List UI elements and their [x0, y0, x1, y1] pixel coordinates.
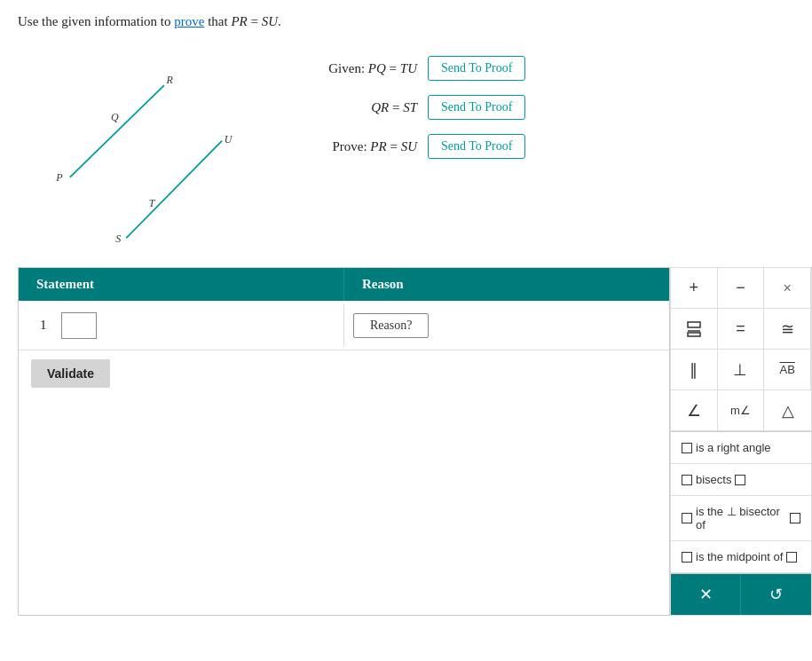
send-to-proof-btn-1[interactable]: Send To Proof	[428, 56, 525, 81]
svg-line-1	[126, 141, 222, 239]
bottom-actions: ✕ ↺	[671, 573, 811, 615]
right-angle-phrase-btn[interactable]: is a right angle	[671, 432, 811, 464]
proof-section: Statement Reason 1 Reason? Validate + − …	[0, 267, 812, 616]
perpendicular-btn[interactable]: ⊥	[718, 350, 765, 390]
given-label-2: QR = ST	[275, 100, 417, 115]
given-label-1: Given: PQ = TU	[275, 61, 417, 76]
equals-btn[interactable]: =	[718, 309, 765, 350]
prove-link[interactable]: prove	[174, 14, 204, 28]
point-Q-label: Q	[111, 111, 119, 123]
symbol-grid: + − × = ≅ ∥ ⊥ AB ∠ m∠ △	[671, 268, 811, 432]
minus-btn[interactable]: −	[718, 268, 765, 309]
parallel-btn[interactable]: ∥	[671, 350, 718, 390]
triangle-btn[interactable]: △	[764, 390, 811, 431]
bisects-phrase-btn[interactable]: bisects	[671, 464, 811, 496]
geometry-diagram: R Q P U T S	[18, 38, 257, 251]
point-S-label: S	[115, 232, 121, 245]
measure-angle-btn[interactable]: m∠	[718, 390, 765, 431]
given-row-1: Given: PQ = TU Send To Proof	[275, 56, 525, 81]
midpoint-phrase-btn[interactable]: is the midpoint of	[671, 541, 811, 573]
perp-bisector-phrase-btn[interactable]: is the ⊥ bisector of	[671, 496, 811, 541]
fraction-btn[interactable]	[671, 309, 718, 350]
segment-btn[interactable]: AB	[764, 350, 811, 390]
proof-row-1: 1 Reason?	[19, 301, 669, 350]
square-icon-5	[790, 513, 800, 523]
square-icon-3	[735, 475, 745, 485]
times-btn[interactable]: ×	[764, 268, 811, 309]
send-to-proof-btn-3[interactable]: Send To Proof	[428, 134, 525, 159]
prove-row: Prove: PR = SU Send To Proof	[275, 134, 525, 159]
proof-table-header: Statement Reason	[19, 268, 669, 301]
square-icon-7	[786, 552, 797, 563]
undo-btn[interactable]: ↺	[741, 574, 811, 615]
point-R-label: R	[166, 74, 174, 86]
svg-rect-2	[688, 322, 700, 327]
svg-line-0	[70, 85, 164, 177]
square-icon-2	[682, 475, 692, 485]
statement-input-1[interactable]	[61, 312, 97, 339]
reason-header: Reason	[343, 268, 669, 301]
square-icon-1	[682, 443, 692, 453]
square-icon-6	[682, 552, 692, 563]
reason-col-1: Reason?	[343, 304, 669, 347]
statement-header: Statement	[19, 268, 343, 301]
validate-row: Validate	[19, 350, 669, 397]
clear-btn[interactable]: ✕	[671, 574, 741, 615]
symbol-panel: + − × = ≅ ∥ ⊥ AB ∠ m∠ △ i	[670, 267, 812, 616]
point-P-label: P	[55, 171, 63, 184]
reason-button-1[interactable]: Reason?	[353, 313, 429, 338]
send-to-proof-btn-2[interactable]: Send To Proof	[428, 95, 525, 120]
diagram-area: R Q P U T S	[18, 38, 257, 251]
proof-table: Statement Reason 1 Reason? Validate	[18, 267, 670, 616]
diagram-given-section: R Q P U T S Given: PQ = TU Send To Proof…	[0, 38, 812, 251]
square-icon-4	[682, 513, 692, 523]
given-area: Given: PQ = TU Send To Proof QR = ST Sen…	[257, 38, 525, 159]
svg-rect-4	[688, 333, 700, 336]
statement-col-1: 1	[19, 303, 343, 348]
given-row-2: QR = ST Send To Proof	[275, 95, 525, 120]
point-U-label: U	[225, 133, 233, 146]
instruction-text: Use the given information to prove that …	[0, 0, 812, 38]
row-number-1: 1	[28, 318, 56, 333]
congruent-btn[interactable]: ≅	[764, 309, 811, 350]
plus-btn[interactable]: +	[671, 268, 718, 309]
angle-btn[interactable]: ∠	[671, 390, 718, 431]
prove-label: Prove: PR = SU	[275, 139, 417, 154]
validate-button[interactable]: Validate	[31, 359, 110, 388]
